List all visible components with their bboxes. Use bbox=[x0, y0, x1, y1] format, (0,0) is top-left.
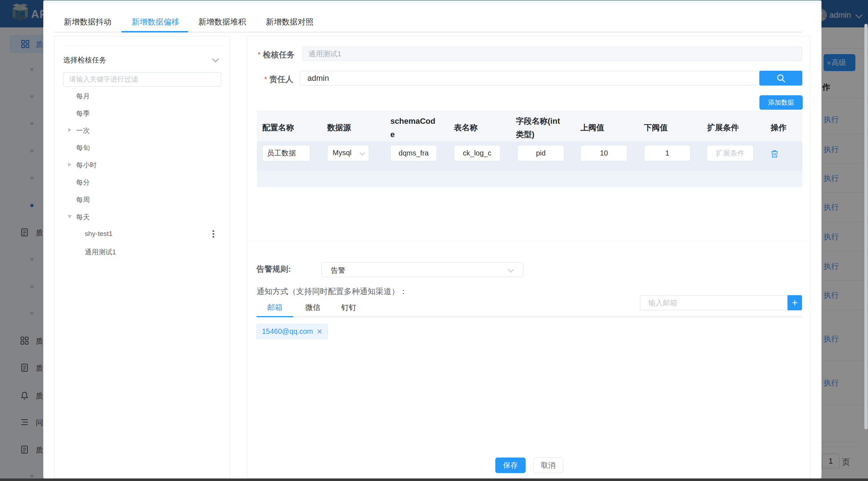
caret-right-icon[interactable] bbox=[68, 128, 71, 132]
active-tab-indicator bbox=[121, 31, 188, 32]
page-scrollbar[interactable] bbox=[864, 24, 868, 429]
datasource-select-value: Mysql bbox=[333, 149, 352, 157]
tree-item[interactable]: 每周 bbox=[54, 191, 230, 208]
col-header-schema-code: schemaCode bbox=[390, 114, 437, 141]
tree-item-label: 每天 bbox=[76, 213, 90, 222]
dialog-top-strip bbox=[43, 0, 821, 3]
channel-tab-wechat[interactable]: 微信 bbox=[305, 302, 320, 312]
alarm-rule-select[interactable]: 告警 bbox=[321, 262, 523, 277]
tab-data-offset[interactable]: 新增数据偏移 bbox=[132, 17, 179, 27]
chevron-down-icon bbox=[508, 267, 514, 273]
delete-row-button[interactable] bbox=[770, 149, 779, 158]
caret-right-icon[interactable] bbox=[68, 162, 71, 167]
tree-item[interactable]: shy-test1 bbox=[54, 225, 230, 242]
task-field-label-row: * 检核任务 bbox=[258, 49, 295, 60]
email-tag-text: 15460@qq.com bbox=[262, 327, 313, 336]
upper-threshold-input[interactable] bbox=[580, 145, 627, 161]
tree-item[interactable]: 每小时 bbox=[54, 156, 230, 173]
alarm-rule-label: 告警规则: bbox=[257, 264, 291, 275]
tree-item-label: 每月 bbox=[76, 92, 90, 101]
lower-threshold-input[interactable] bbox=[644, 145, 691, 161]
tree-item[interactable]: 通用测试1 bbox=[54, 243, 230, 260]
config-name-input[interactable] bbox=[262, 145, 310, 161]
tree-item[interactable]: 每月 bbox=[54, 87, 230, 104]
col-header-ext-condition: 扩展条件 bbox=[707, 121, 739, 134]
col-header-table-name: 表名称 bbox=[454, 121, 478, 134]
chevron-down-icon bbox=[360, 150, 365, 156]
tree-filter-input[interactable] bbox=[63, 72, 221, 87]
caret-down-icon[interactable] bbox=[67, 215, 72, 218]
tree-item[interactable]: 每旬 bbox=[54, 139, 230, 156]
table-name-input[interactable] bbox=[454, 145, 500, 161]
collapse-title[interactable]: 选择检核任务 bbox=[63, 55, 106, 65]
col-header-upper-threshold: 上阀值 bbox=[580, 121, 604, 134]
tab-data-jitter[interactable]: 新增数据抖动 bbox=[64, 17, 111, 27]
owner-search-button[interactable] bbox=[759, 71, 802, 86]
alarm-rule-select-value: 告警 bbox=[331, 266, 345, 275]
channel-tabs-bottom-border bbox=[257, 316, 802, 317]
tree-item-label: shy-test1 bbox=[85, 230, 113, 238]
tree-item-label: 一次 bbox=[76, 126, 90, 135]
tree-item[interactable]: 一次 bbox=[54, 121, 230, 139]
datasource-select[interactable]: Mysql bbox=[327, 145, 369, 161]
trash-icon bbox=[770, 149, 779, 158]
tree-item-label: 每小时 bbox=[76, 161, 97, 170]
search-icon bbox=[776, 74, 786, 83]
task-name-input[interactable] bbox=[303, 47, 802, 61]
col-header-datasource: 数据源 bbox=[327, 121, 351, 134]
required-star: * bbox=[264, 75, 269, 84]
required-star: * bbox=[258, 50, 263, 59]
screen: AP admin 质 质 质 bbox=[0, 0, 868, 481]
channel-tab-dingtalk[interactable]: 钉钉 bbox=[341, 302, 356, 312]
channel-active-tab-indicator bbox=[257, 316, 293, 317]
schema-code-input[interactable] bbox=[390, 145, 437, 161]
offset-config-form-panel: * 检核任务 * 责任人 添加数据 配置名称 数据源 schemaCode 表名… bbox=[247, 36, 811, 478]
tree-item[interactable]: 每天 bbox=[54, 208, 230, 225]
form-section-divider bbox=[247, 241, 810, 241]
field-name-input[interactable] bbox=[517, 145, 564, 161]
col-header-lower-threshold: 下阀值 bbox=[644, 121, 668, 134]
notice-methods-label: 通知方式（支持同时配置多种通知渠道）： bbox=[257, 286, 407, 297]
task-field-label: 检核任务 bbox=[263, 50, 295, 59]
tree-item-label: 每周 bbox=[76, 195, 90, 205]
kebab-menu-icon[interactable] bbox=[212, 230, 214, 232]
tree-item-label: 通用测试1 bbox=[85, 248, 116, 257]
tree-item-label: 每旬 bbox=[76, 143, 90, 153]
col-header-field-name: 字段名称(int类型) bbox=[516, 114, 565, 141]
cancel-button[interactable]: 取消 bbox=[533, 458, 563, 473]
tree-item[interactable]: 每季 bbox=[54, 104, 230, 122]
add-data-button[interactable]: 添加数据 bbox=[759, 95, 803, 110]
col-header-config-name: 配置名称 bbox=[262, 121, 294, 134]
owner-field-label: 责任人 bbox=[269, 75, 293, 84]
remove-email-icon[interactable]: ✕ bbox=[317, 328, 323, 335]
owner-input[interactable] bbox=[300, 71, 759, 86]
tab-data-compare[interactable]: 新增数据对照 bbox=[266, 17, 314, 27]
tab-data-pileup[interactable]: 新增数据堆积 bbox=[198, 17, 246, 27]
ext-condition-input[interactable] bbox=[707, 145, 754, 161]
collapse-chevron-down-icon[interactable] bbox=[212, 56, 219, 62]
channel-tab-email[interactable]: 邮箱 bbox=[267, 302, 282, 312]
table-row-padding bbox=[257, 171, 802, 187]
add-email-button[interactable]: + bbox=[788, 295, 802, 310]
collapse-top-border bbox=[63, 46, 222, 46]
owner-field-label-row: * 责任人 bbox=[264, 74, 293, 85]
email-input[interactable] bbox=[640, 295, 788, 310]
col-header-actions: 操作 bbox=[771, 121, 786, 134]
tree-item[interactable]: 每分 bbox=[54, 173, 230, 191]
tree-item-label: 每分 bbox=[76, 178, 90, 187]
email-tag: 15460@qq.com ✕ bbox=[257, 324, 328, 339]
tree-item-label: 每季 bbox=[76, 109, 90, 118]
task-tree-panel: 选择检核任务 每月 每季 一次 每旬 每小时 每分 bbox=[54, 36, 230, 478]
add-data-offset-dialog: 新增数据抖动 新增数据偏移 新增数据堆积 新增数据对照 选择检核任务 每月 每季… bbox=[43, 0, 821, 478]
save-button[interactable]: 保存 bbox=[495, 458, 526, 473]
